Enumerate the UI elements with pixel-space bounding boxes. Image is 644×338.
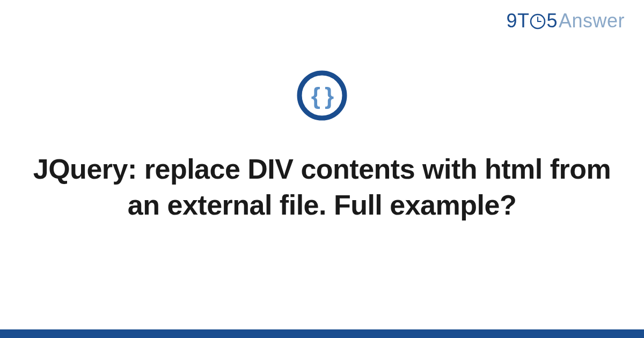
logo-text-9t: 9T bbox=[506, 10, 529, 32]
svg-text:{ }: { } bbox=[311, 83, 334, 109]
logo-clock-icon bbox=[530, 13, 546, 30]
footer-accent-bar bbox=[0, 329, 644, 338]
site-logo: 9T 5 Answer bbox=[506, 10, 625, 32]
logo-text-5: 5 bbox=[546, 10, 558, 32]
page-title: JQuery: replace DIV contents with html f… bbox=[32, 151, 612, 223]
code-braces-icon: { } bbox=[296, 70, 348, 121]
logo-text-answer: Answer bbox=[559, 10, 625, 32]
